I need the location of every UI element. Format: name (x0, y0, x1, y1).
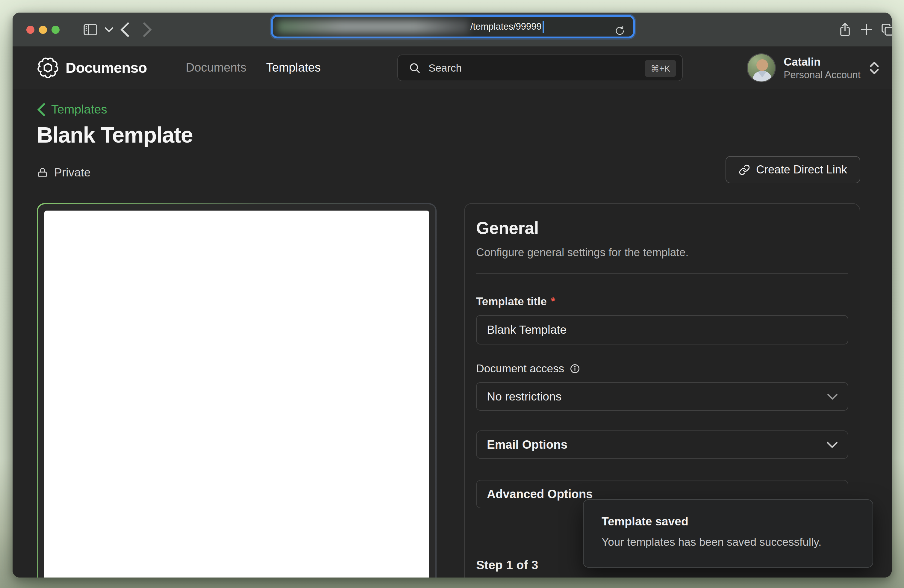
create-direct-link-label: Create Direct Link (756, 163, 847, 176)
app-navbar: Documenso Documents Templates Search ⌘+K (13, 46, 892, 89)
settings-divider (476, 273, 848, 274)
share-icon[interactable] (835, 13, 855, 46)
chevron-left-icon (37, 103, 46, 116)
user-name: Catalin (784, 55, 861, 69)
required-asterisk: * (551, 296, 555, 308)
account-menu[interactable]: Catalin Personal Account (747, 53, 880, 82)
lock-icon (37, 166, 48, 179)
search-input[interactable]: Search ⌘+K (397, 55, 683, 81)
back-link-label: Templates (51, 103, 107, 117)
back-to-templates-link[interactable]: Templates (37, 103, 107, 117)
brand-name: Documenso (66, 59, 147, 76)
browser-toolbar: /templates/99999 (13, 13, 892, 46)
zoom-window-button[interactable] (52, 26, 60, 34)
nav-link-templates[interactable]: Templates (266, 61, 321, 74)
nav-link-documents[interactable]: Documents (186, 61, 246, 74)
document-page[interactable] (44, 210, 429, 577)
reload-icon[interactable] (613, 21, 626, 41)
close-window-button[interactable] (26, 26, 35, 34)
toast-message: Your templates has been saved successful… (602, 536, 855, 548)
document-access-value: No restrictions (487, 390, 561, 403)
browser-window: /templates/99999 (13, 13, 892, 577)
sidebar-toggle-icon[interactable] (81, 13, 100, 46)
visibility-status: Private (37, 166, 90, 179)
document-preview-frame (37, 203, 436, 577)
search-shortcut-badge: ⌘+K (645, 60, 676, 77)
avatar (747, 53, 776, 82)
documenso-logo-icon (37, 57, 59, 79)
chevrons-up-down-icon (868, 61, 880, 75)
search-icon (409, 62, 421, 74)
toast-title: Template saved (602, 515, 855, 528)
document-access-label: Document access (476, 362, 564, 375)
blurred-url-host (277, 20, 469, 33)
forward-icon[interactable] (138, 13, 156, 46)
email-options-toggle[interactable]: Email Options (476, 430, 848, 459)
visibility-label: Private (54, 166, 90, 179)
toast-notification[interactable]: Template saved Your templates has been s… (583, 499, 873, 567)
brand[interactable]: Documenso (37, 57, 147, 79)
url-path: /templates/99999 (470, 21, 542, 32)
search-placeholder: Search (428, 62, 462, 74)
minimize-window-button[interactable] (39, 26, 47, 34)
chevron-down-icon[interactable] (101, 13, 117, 46)
user-account-type: Personal Account (784, 69, 861, 81)
settings-subheading: Configure general settings for the templ… (476, 246, 848, 259)
email-options-label: Email Options (487, 438, 567, 451)
settings-heading: General (476, 218, 848, 238)
back-icon[interactable] (116, 13, 134, 46)
document-access-select[interactable]: No restrictions (476, 382, 848, 411)
info-icon[interactable] (569, 364, 580, 374)
new-tab-icon[interactable] (857, 13, 876, 46)
page-title: Blank Template (37, 122, 193, 148)
address-bar[interactable]: /templates/99999 (273, 17, 633, 36)
tab-overview-icon[interactable] (878, 13, 892, 46)
link-icon (739, 164, 750, 175)
template-title-input[interactable] (476, 315, 848, 345)
chevron-down-icon (827, 439, 838, 450)
template-title-label: Template title * (476, 296, 848, 308)
text-caret (542, 21, 544, 33)
advanced-options-label: Advanced Options (487, 487, 593, 501)
chevron-down-icon (827, 392, 838, 401)
create-direct-link-button[interactable]: Create Direct Link (725, 156, 860, 183)
toolbar-divider (99, 22, 100, 38)
